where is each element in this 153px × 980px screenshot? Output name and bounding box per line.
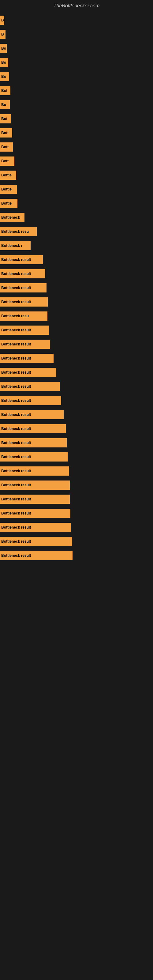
bar: Bottleneck result bbox=[0, 509, 70, 518]
bar-row: Bottle bbox=[0, 196, 153, 210]
bar: Bottleneck result bbox=[0, 298, 48, 307]
bar-row: Bott bbox=[0, 140, 153, 154]
bar: Bottleneck result bbox=[0, 410, 64, 419]
bar-row: Bottle bbox=[0, 168, 153, 182]
bar: Bo bbox=[0, 100, 10, 109]
bar-row: Bottleneck r bbox=[0, 239, 153, 253]
bar-row: Bo bbox=[0, 41, 153, 56]
bar: Bottleneck result bbox=[0, 340, 50, 349]
bar: Bottleneck bbox=[0, 213, 24, 222]
bar: Bottleneck result bbox=[0, 466, 69, 476]
bar: Bo bbox=[0, 58, 8, 67]
bar-row: Bottleneck result bbox=[0, 464, 153, 478]
bar-row: Bot bbox=[0, 84, 153, 98]
bar-row: Bottleneck resu bbox=[0, 309, 153, 323]
bar-row: Bo bbox=[0, 98, 153, 112]
bar-row: Bottleneck result bbox=[0, 520, 153, 535]
bar-row: Bottleneck result bbox=[0, 393, 153, 407]
bar: Bottleneck result bbox=[0, 424, 66, 433]
bar-row: Bottleneck result bbox=[0, 267, 153, 281]
bar-row: Bottleneck result bbox=[0, 281, 153, 295]
bar: Bot bbox=[0, 114, 11, 123]
bar-row: Bottleneck result bbox=[0, 450, 153, 464]
bar: Bottleneck result bbox=[0, 551, 73, 560]
bar-row: Bottleneck result bbox=[0, 351, 153, 365]
bar-row: Bottleneck result bbox=[0, 506, 153, 520]
bar-row: Bottleneck resu bbox=[0, 224, 153, 239]
bar-row: Bott bbox=[0, 126, 153, 140]
bar: Bottleneck result bbox=[0, 480, 70, 490]
bar-row: Bottleneck result bbox=[0, 365, 153, 379]
bar: B bbox=[0, 16, 4, 25]
bar: Bott bbox=[0, 142, 13, 151]
bar-row: B bbox=[0, 13, 153, 27]
bar-row: Bottleneck result bbox=[0, 549, 153, 563]
bar-row: Bott bbox=[0, 154, 153, 168]
bar: Bo bbox=[0, 44, 7, 53]
bar: Bottleneck result bbox=[0, 368, 56, 377]
bar: Bottleneck result bbox=[0, 283, 46, 293]
bar-row: Bottleneck result bbox=[0, 478, 153, 492]
bar-row: Bottleneck bbox=[0, 210, 153, 224]
bar: B bbox=[0, 30, 5, 39]
bar: Bo bbox=[0, 72, 9, 81]
bar-row: Bottleneck result bbox=[0, 422, 153, 436]
bar: Bottleneck result bbox=[0, 452, 68, 461]
bar: Bottle bbox=[0, 185, 17, 194]
bar: Bottleneck result bbox=[0, 382, 60, 391]
bar-row: Bottleneck result bbox=[0, 295, 153, 309]
bar: Bottleneck r bbox=[0, 241, 30, 250]
bars-container: BBBoBoBoBotBoBotBottBottBottBottleBottle… bbox=[0, 13, 153, 563]
bar: Bottleneck result bbox=[0, 537, 72, 546]
bar-row: Bottleneck result bbox=[0, 535, 153, 549]
bar: Bottleneck result bbox=[0, 438, 67, 447]
bar-row: Bottleneck result bbox=[0, 337, 153, 351]
bar: Bott bbox=[0, 128, 12, 137]
bar: Bottle bbox=[0, 199, 18, 208]
bar-row: Bottleneck result bbox=[0, 492, 153, 506]
site-title: TheBottlenecker.com bbox=[0, 0, 153, 13]
bar: Bottleneck resu bbox=[0, 227, 37, 236]
bar: Bot bbox=[0, 86, 10, 95]
bar-row: Bo bbox=[0, 56, 153, 70]
bar: Bottleneck resu bbox=[0, 312, 48, 321]
bar-row: Bottle bbox=[0, 182, 153, 196]
bar-row: Bottleneck result bbox=[0, 323, 153, 337]
bar-row: B bbox=[0, 27, 153, 41]
bar-row: Bo bbox=[0, 70, 153, 84]
bar: Bottleneck result bbox=[0, 269, 45, 278]
bar-row: Bot bbox=[0, 112, 153, 126]
bar-row: Bottleneck result bbox=[0, 436, 153, 450]
bar: Bottle bbox=[0, 170, 16, 180]
bar-row: Bottleneck result bbox=[0, 379, 153, 393]
bar: Bottleneck result bbox=[0, 326, 49, 335]
bar: Bottleneck result bbox=[0, 396, 61, 405]
bar-row: Bottleneck result bbox=[0, 407, 153, 422]
bar: Bottleneck result bbox=[0, 255, 43, 264]
bar: Bottleneck result bbox=[0, 495, 70, 504]
bar: Bottleneck result bbox=[0, 354, 54, 363]
bar-row: Bottleneck result bbox=[0, 253, 153, 267]
bar: Bott bbox=[0, 156, 14, 166]
bar: Bottleneck result bbox=[0, 523, 71, 532]
